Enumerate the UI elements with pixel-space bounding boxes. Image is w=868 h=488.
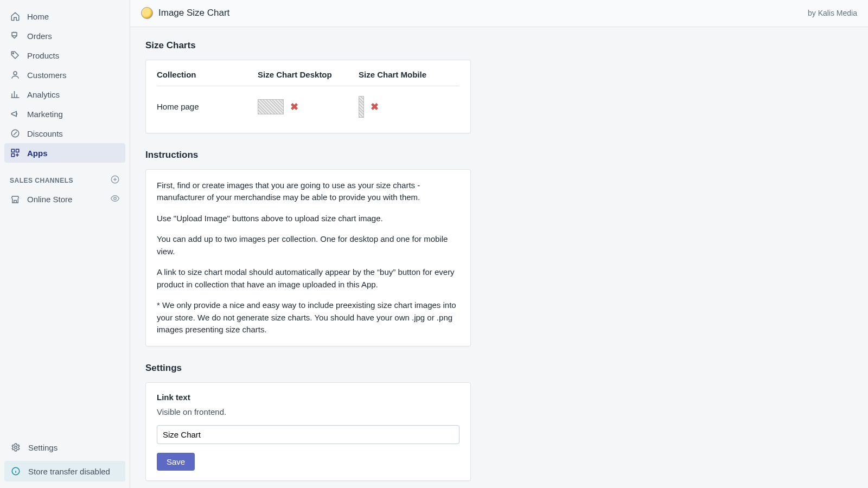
sidebar-item-customers[interactable]: Customers xyxy=(4,65,125,85)
table-row: Home page ✖ ✖ xyxy=(157,86,459,123)
eye-icon[interactable] xyxy=(110,194,120,205)
sidebar: Home Orders Products Customers Analytics xyxy=(0,0,130,488)
store-transfer-notice[interactable]: Store transfer disabled xyxy=(4,461,125,481)
sidebar-item-label: Analytics xyxy=(27,90,60,99)
app-logo-icon xyxy=(141,7,153,19)
instruction-paragraph: First, find or create images that you ar… xyxy=(157,179,459,204)
app-title: Image Size Chart xyxy=(158,8,229,18)
link-text-label: Link text xyxy=(157,393,459,402)
analytics-icon xyxy=(10,89,21,100)
save-button[interactable]: Save xyxy=(157,453,195,471)
svg-point-7 xyxy=(114,197,117,200)
sidebar-item-online-store[interactable]: Online Store xyxy=(4,189,125,209)
desktop-thumbnail[interactable] xyxy=(258,99,284,114)
sidebar-item-settings[interactable]: Settings xyxy=(4,437,125,458)
instruction-paragraph: A link to size chart modal should automa… xyxy=(157,266,459,291)
user-icon xyxy=(10,69,21,80)
discount-icon xyxy=(10,128,21,139)
settings-card: Link text Visible on frontend. Save xyxy=(145,382,471,481)
store-transfer-label: Store transfer disabled xyxy=(28,467,110,476)
sidebar-item-label: Marketing xyxy=(27,110,63,119)
collection-name: Home page xyxy=(157,86,258,123)
sales-channels-label: Sales Channels xyxy=(10,177,73,184)
svg-rect-5 xyxy=(11,154,14,157)
sidebar-item-label: Customers xyxy=(27,70,67,80)
sidebar-item-label: Apps xyxy=(27,149,48,158)
instruction-paragraph: You can add up to two images per collect… xyxy=(157,233,459,258)
svg-point-8 xyxy=(15,446,17,449)
svg-point-0 xyxy=(12,53,14,54)
sidebar-item-apps[interactable]: Apps xyxy=(4,143,125,163)
mobile-thumbnail[interactable] xyxy=(359,96,364,118)
sidebar-item-label: Orders xyxy=(27,31,52,41)
instructions-title: Instructions xyxy=(145,150,853,160)
gear-icon xyxy=(10,441,22,453)
size-charts-table: Collection Size Chart Desktop Size Chart… xyxy=(157,70,459,123)
svg-point-1 xyxy=(14,72,17,75)
add-channel-icon[interactable] xyxy=(110,175,120,186)
sidebar-item-label: Online Store xyxy=(27,195,72,204)
delete-mobile-icon[interactable]: ✖ xyxy=(371,101,379,112)
link-text-input[interactable] xyxy=(157,425,459,444)
topbar: Image Size Chart by Kalis Media xyxy=(130,0,868,27)
th-desktop: Size Chart Desktop xyxy=(258,70,359,86)
store-icon xyxy=(10,194,21,205)
content: Size Charts Collection Size Chart Deskto… xyxy=(130,27,868,488)
sidebar-item-label: Settings xyxy=(28,443,58,452)
tag-icon xyxy=(10,50,21,61)
sidebar-item-products[interactable]: Products xyxy=(4,46,125,65)
megaphone-icon xyxy=(10,108,21,119)
sidebar-item-discounts[interactable]: Discounts xyxy=(4,124,125,143)
info-icon xyxy=(10,465,22,477)
svg-rect-4 xyxy=(16,149,19,152)
size-charts-card: Collection Size Chart Desktop Size Chart… xyxy=(145,60,471,133)
svg-rect-3 xyxy=(11,149,14,152)
instructions-card: First, find or create images that you ar… xyxy=(145,169,471,346)
th-collection: Collection xyxy=(157,70,258,86)
instruction-paragraph: Use "Upload Image" buttons above to uplo… xyxy=(157,213,459,225)
home-icon xyxy=(10,11,21,22)
link-text-helper: Visible on frontend. xyxy=(157,407,459,416)
main-area: Image Size Chart by Kalis Media Size Cha… xyxy=(130,0,868,488)
sidebar-item-analytics[interactable]: Analytics xyxy=(4,85,125,104)
size-charts-title: Size Charts xyxy=(145,40,853,51)
orders-icon xyxy=(10,30,21,41)
th-mobile: Size Chart Mobile xyxy=(359,70,459,86)
instruction-paragraph: * We only provide a nice and easy way to… xyxy=(157,299,459,336)
sidebar-item-label: Products xyxy=(27,51,59,60)
sidebar-item-orders[interactable]: Orders xyxy=(4,26,125,46)
delete-desktop-icon[interactable]: ✖ xyxy=(290,101,298,112)
apps-icon xyxy=(10,147,21,158)
sidebar-item-label: Discounts xyxy=(27,129,63,138)
app-byline: by Kalis Media xyxy=(808,9,857,17)
sidebar-item-marketing[interactable]: Marketing xyxy=(4,104,125,124)
settings-title: Settings xyxy=(145,363,853,374)
sales-channels-header: Sales Channels xyxy=(4,171,125,189)
sidebar-item-label: Home xyxy=(27,12,49,21)
sidebar-item-home[interactable]: Home xyxy=(4,7,125,26)
